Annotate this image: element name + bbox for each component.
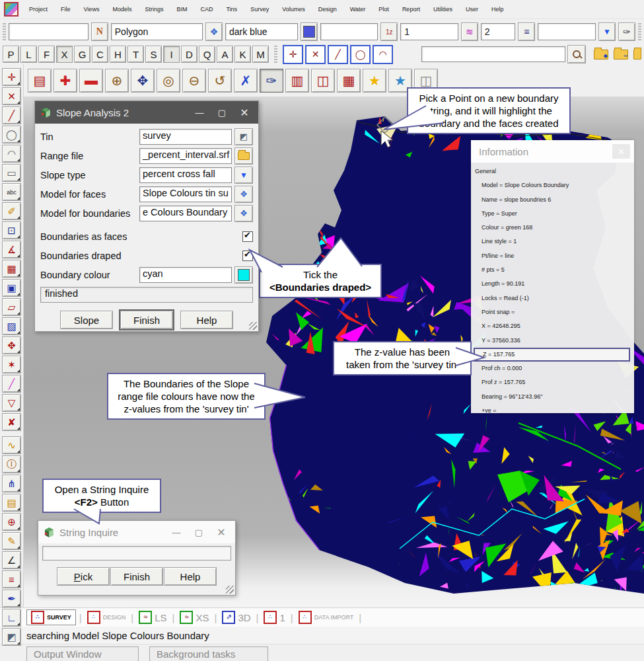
- slope-button[interactable]: Slope: [60, 311, 113, 329]
- sidebar-tool-button[interactable]: ∠: [2, 551, 21, 569]
- project-folder-icon[interactable]: ◆: [594, 50, 608, 59]
- menu-item[interactable]: Survey: [244, 6, 275, 13]
- sidebar-tool-button[interactable]: ✶: [2, 356, 21, 373]
- sidebar-tool-button[interactable]: ≡: [2, 570, 21, 588]
- letter-key-button[interactable]: S: [145, 46, 162, 63]
- sidebar-tool-button[interactable]: ∟: [2, 609, 21, 627]
- sidebar-tool-button[interactable]: ▭: [2, 164, 21, 182]
- view-tool-button[interactable]: ▥: [285, 69, 309, 93]
- colour-swatch-button[interactable]: [301, 22, 318, 41]
- z-field[interactable]: [320, 23, 378, 40]
- sidebar-tool-button[interactable]: ⋔: [2, 475, 21, 492]
- close-icon[interactable]: ✕: [612, 144, 630, 159]
- close-icon[interactable]: ✕: [233, 106, 256, 119]
- sidebar-tool-button[interactable]: ▣: [2, 279, 21, 297]
- sidebar-tool-button[interactable]: ✐: [2, 202, 21, 220]
- sidebar-tool-button[interactable]: ▱: [2, 298, 21, 316]
- pick-button[interactable]: Pick: [57, 567, 110, 586]
- view-tool-button[interactable]: ✗: [234, 69, 258, 93]
- resize-grip[interactable]: [249, 322, 257, 330]
- menu-item[interactable]: User: [459, 6, 485, 13]
- sidebar-tool-button[interactable]: ✘: [2, 413, 21, 431]
- snap-toggle[interactable]: ◠: [373, 45, 393, 64]
- toolbar-grip[interactable]: [3, 23, 6, 40]
- letter-key-button[interactable]: L: [20, 46, 37, 63]
- cyan-swatch-button[interactable]: [234, 266, 253, 284]
- help-button[interactable]: Help: [164, 567, 217, 586]
- view-tool-button[interactable]: ⊕: [105, 69, 129, 93]
- letter-key-button[interactable]: X: [56, 46, 73, 63]
- sidebar-tool-button[interactable]: ✕: [2, 87, 21, 105]
- view-tab[interactable]: ∴ SURVEY: [26, 609, 76, 625]
- model-faces-field[interactable]: Slope Colours tin su: [139, 186, 232, 202]
- view-tool-button[interactable]: ▬: [79, 69, 103, 93]
- sidebar-tool-button[interactable]: ✎: [2, 532, 21, 550]
- menu-item[interactable]: Strings: [138, 6, 170, 13]
- search-folder-icon[interactable]: ∞: [614, 50, 628, 59]
- search-input[interactable]: [421, 46, 565, 62]
- letter-key-button[interactable]: C: [92, 46, 108, 63]
- layers-icon[interactable]: ❖: [205, 22, 223, 41]
- menu-item[interactable]: Project: [22, 6, 54, 13]
- slope-dialog-titlebar[interactable]: Slope Analysis 2 — ▢ ✕: [35, 101, 258, 124]
- line-weight-icon[interactable]: ≡: [518, 22, 535, 41]
- sidebar-tool-button[interactable]: ◠: [2, 145, 21, 163]
- sidebar-tool-button[interactable]: ◯: [2, 126, 21, 143]
- sidebar-tool-button[interactable]: ✛: [2, 68, 21, 86]
- menu-item[interactable]: Models: [106, 6, 138, 13]
- linestyle-field[interactable]: 1: [400, 23, 458, 40]
- letter-key-button[interactable]: I: [163, 46, 180, 63]
- toolbar-grip[interactable]: [274, 46, 277, 63]
- menu-item[interactable]: Views: [77, 6, 106, 13]
- menu-item[interactable]: Volumes: [275, 6, 312, 13]
- model-boundaries-field[interactable]: e Colours Boundary: [139, 206, 232, 221]
- menu-item[interactable]: Utilities: [427, 6, 459, 13]
- sidebar-tool-button[interactable]: ▽: [2, 394, 21, 412]
- view-tab[interactable]: ∴ DESIGN: [85, 610, 128, 625]
- sidebar-tool-button[interactable]: ╱: [2, 375, 21, 393]
- menu-item[interactable]: Help: [485, 6, 511, 13]
- folder-browse-icon[interactable]: [234, 147, 253, 165]
- string-inquire-titlebar[interactable]: String Inquire — ▢ ✕: [38, 521, 235, 543]
- letter-key-button[interactable]: Q: [199, 46, 215, 63]
- view-tool-button[interactable]: ✥: [131, 69, 155, 93]
- output-window-panel[interactable]: Output Window: [26, 646, 139, 661]
- menu-item[interactable]: BIM: [170, 6, 194, 13]
- view-tab[interactable]: ∴ 1: [262, 610, 287, 625]
- snap-toggle[interactable]: ╱: [328, 45, 348, 64]
- string-inquire-input[interactable]: [42, 546, 231, 561]
- weight-field[interactable]: 2: [481, 23, 516, 40]
- sidebar-tool-button[interactable]: abc: [2, 183, 21, 201]
- boundaries-as-faces-checkbox[interactable]: [242, 231, 253, 242]
- letter-key-button[interactable]: H: [110, 46, 126, 63]
- dropdown-icon[interactable]: ▼: [234, 167, 253, 184]
- view-tab[interactable]: ≈ XS: [178, 610, 211, 625]
- menu-item[interactable]: File: [54, 6, 77, 13]
- sidebar-tool-button[interactable]: ✥: [2, 336, 21, 354]
- tin-picker-icon[interactable]: ◩: [234, 128, 253, 145]
- letter-key-button[interactable]: F: [38, 46, 55, 63]
- slope-type-field[interactable]: percent cross fall: [139, 167, 232, 183]
- sidebar-tool-button[interactable]: ✒: [2, 590, 21, 607]
- sidebar-tool-button[interactable]: ⊡: [2, 221, 21, 239]
- letter-key-button[interactable]: T: [127, 46, 144, 63]
- view-tab[interactable]: ∴ DATA IMPORT: [297, 610, 356, 625]
- sidebar-tool-button[interactable]: ▦: [2, 260, 21, 278]
- view-tool-button[interactable]: ▦: [337, 69, 361, 93]
- minimize-icon[interactable]: —: [165, 527, 188, 537]
- dropdown-triangle-icon[interactable]: ▼: [598, 22, 616, 41]
- name-field[interactable]: [9, 23, 89, 40]
- view-tool-button[interactable]: ◫: [311, 69, 335, 93]
- tin-field[interactable]: survey: [139, 129, 232, 145]
- information-panel-header[interactable]: Information ✕: [471, 140, 634, 163]
- letter-key-button[interactable]: D: [181, 46, 197, 63]
- letter-key-button[interactable]: G: [74, 46, 90, 63]
- help-button[interactable]: Help: [180, 311, 233, 329]
- view-tab[interactable]: ⇗ 3D: [220, 610, 252, 625]
- menu-item[interactable]: Design: [312, 6, 343, 13]
- layers-icon[interactable]: ❖: [234, 186, 253, 203]
- view-tool-button[interactable]: ↺: [208, 69, 232, 93]
- view-tool-button[interactable]: ★: [363, 69, 386, 93]
- minimize-icon[interactable]: —: [188, 108, 211, 118]
- letter-key-button[interactable]: A: [217, 46, 233, 63]
